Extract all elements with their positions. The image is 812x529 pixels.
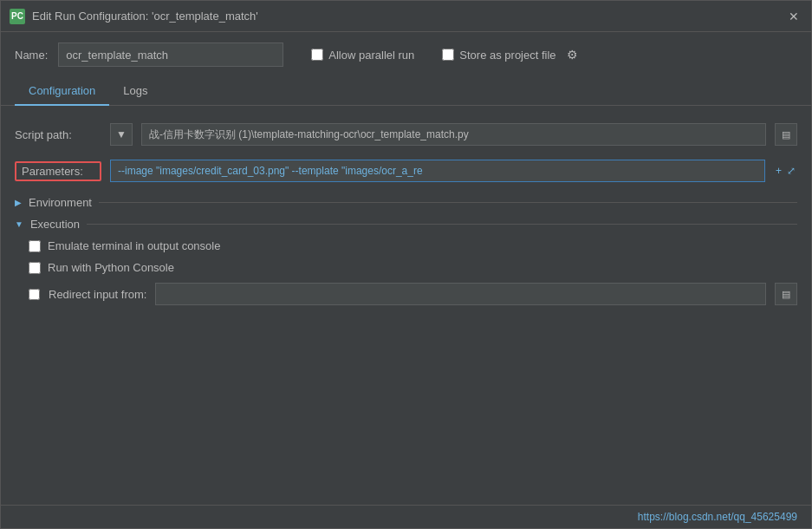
script-path-browse-button[interactable]: ▤ bbox=[775, 123, 797, 146]
script-path-row: Script path: ▼ ▤ bbox=[15, 123, 797, 146]
environment-toggle[interactable]: ▶ bbox=[15, 198, 22, 207]
redirect-input-label: Redirect input from: bbox=[49, 288, 146, 301]
store-project-group: Store as project file bbox=[442, 49, 555, 62]
store-project-label: Store as project file bbox=[459, 49, 555, 62]
content-area: Script path: ▼ ▤ Parameters: + ⤢ ▶ Envir… bbox=[1, 106, 811, 505]
header-row: Name: Allow parallel run Store as projec… bbox=[1, 32, 811, 77]
emulate-terminal-option: Emulate terminal in output console bbox=[29, 239, 797, 252]
app-icon: PC bbox=[10, 9, 25, 24]
redirect-browse-button[interactable]: ▤ bbox=[775, 283, 797, 305]
close-button[interactable]: ✕ bbox=[785, 8, 802, 25]
allow-parallel-checkbox[interactable] bbox=[311, 49, 323, 61]
execution-toggle[interactable]: ▼ bbox=[15, 219, 23, 229]
gear-icon[interactable]: ⚙ bbox=[567, 48, 578, 62]
allow-parallel-group: Allow parallel run bbox=[311, 49, 414, 62]
params-expand-button[interactable]: ⤢ bbox=[785, 165, 797, 177]
name-input[interactable] bbox=[58, 42, 283, 67]
store-project-checkbox[interactable] bbox=[442, 49, 454, 61]
run-python-console-checkbox[interactable] bbox=[29, 262, 41, 274]
tab-logs[interactable]: Logs bbox=[109, 77, 161, 106]
redirect-input-checkbox[interactable] bbox=[29, 289, 40, 300]
script-path-input[interactable] bbox=[141, 123, 766, 146]
environment-section-header: ▶ Environment bbox=[15, 196, 797, 209]
dialog-title: Edit Run Configuration: 'ocr_template_ma… bbox=[32, 10, 785, 23]
script-path-dropdown[interactable]: ▼ bbox=[110, 123, 133, 146]
tabs-bar: Configuration Logs bbox=[1, 77, 811, 106]
redirect-input-row: Redirect input from: ▤ bbox=[29, 283, 797, 305]
footer-link[interactable]: https://blog.csdn.net/qq_45625499 bbox=[638, 511, 797, 523]
run-python-console-label: Run with Python Console bbox=[48, 261, 174, 274]
tab-configuration[interactable]: Configuration bbox=[15, 77, 109, 106]
folder-icon: ▤ bbox=[782, 129, 790, 140]
title-bar: PC Edit Run Configuration: 'ocr_template… bbox=[1, 1, 811, 32]
dialog-container: PC Edit Run Configuration: 'ocr_template… bbox=[0, 0, 812, 529]
run-python-console-option: Run with Python Console bbox=[29, 261, 797, 274]
emulate-terminal-label: Emulate terminal in output console bbox=[48, 239, 220, 252]
redirect-folder-icon: ▤ bbox=[782, 289, 790, 300]
execution-divider bbox=[87, 224, 797, 225]
execution-section-header: ▼ Execution bbox=[15, 218, 797, 231]
parameters-input[interactable] bbox=[110, 160, 765, 182]
params-add-button[interactable]: + bbox=[774, 165, 783, 177]
name-label: Name: bbox=[15, 49, 48, 62]
emulate-terminal-checkbox[interactable] bbox=[29, 240, 41, 252]
environment-divider bbox=[99, 202, 797, 203]
script-path-label: Script path: bbox=[15, 128, 101, 141]
execution-label: Execution bbox=[30, 218, 80, 231]
allow-parallel-label: Allow parallel run bbox=[328, 49, 414, 62]
parameters-row: Parameters: + ⤢ bbox=[15, 160, 797, 182]
parameters-label: Parameters: bbox=[15, 161, 101, 181]
environment-label: Environment bbox=[29, 196, 92, 209]
params-actions: + ⤢ bbox=[774, 165, 797, 177]
footer: https://blog.csdn.net/qq_45625499 bbox=[1, 505, 811, 528]
redirect-input-field[interactable] bbox=[155, 283, 766, 305]
